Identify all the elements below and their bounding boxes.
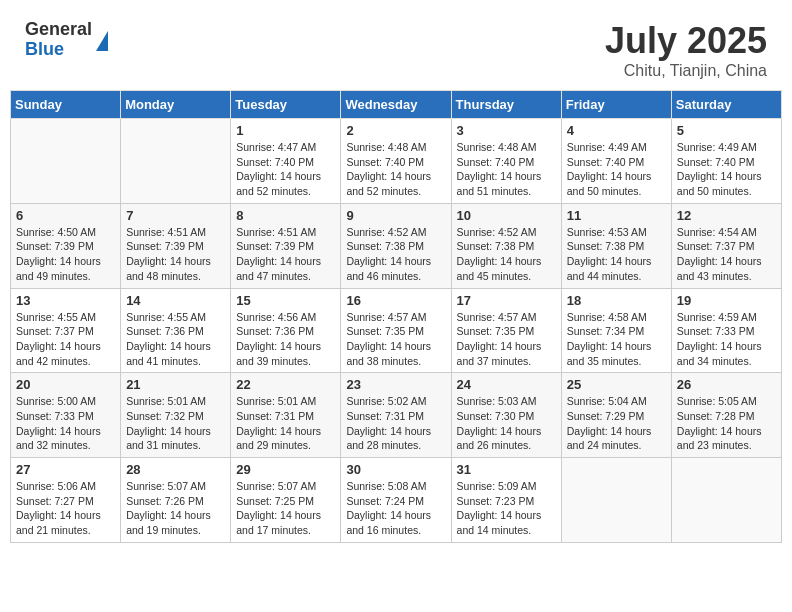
weekday-header-monday: Monday: [121, 91, 231, 119]
calendar-cell: 9Sunrise: 4:52 AM Sunset: 7:38 PM Daylig…: [341, 203, 451, 288]
calendar-cell: 18Sunrise: 4:58 AM Sunset: 7:34 PM Dayli…: [561, 288, 671, 373]
day-info: Sunrise: 4:48 AM Sunset: 7:40 PM Dayligh…: [346, 140, 445, 199]
logo-text: General Blue: [25, 20, 92, 60]
day-info: Sunrise: 4:57 AM Sunset: 7:35 PM Dayligh…: [346, 310, 445, 369]
calendar-cell: 27Sunrise: 5:06 AM Sunset: 7:27 PM Dayli…: [11, 458, 121, 543]
weekday-header-saturday: Saturday: [671, 91, 781, 119]
day-number: 4: [567, 123, 666, 138]
weekday-header-sunday: Sunday: [11, 91, 121, 119]
day-number: 22: [236, 377, 335, 392]
day-info: Sunrise: 4:53 AM Sunset: 7:38 PM Dayligh…: [567, 225, 666, 284]
day-number: 1: [236, 123, 335, 138]
calendar-cell: 4Sunrise: 4:49 AM Sunset: 7:40 PM Daylig…: [561, 119, 671, 204]
day-info: Sunrise: 4:54 AM Sunset: 7:37 PM Dayligh…: [677, 225, 776, 284]
day-number: 15: [236, 293, 335, 308]
day-number: 10: [457, 208, 556, 223]
day-number: 6: [16, 208, 115, 223]
day-info: Sunrise: 5:06 AM Sunset: 7:27 PM Dayligh…: [16, 479, 115, 538]
calendar-cell: 1Sunrise: 4:47 AM Sunset: 7:40 PM Daylig…: [231, 119, 341, 204]
day-info: Sunrise: 4:56 AM Sunset: 7:36 PM Dayligh…: [236, 310, 335, 369]
week-row-3: 13Sunrise: 4:55 AM Sunset: 7:37 PM Dayli…: [11, 288, 782, 373]
day-info: Sunrise: 4:55 AM Sunset: 7:36 PM Dayligh…: [126, 310, 225, 369]
day-info: Sunrise: 4:52 AM Sunset: 7:38 PM Dayligh…: [457, 225, 556, 284]
day-info: Sunrise: 5:01 AM Sunset: 7:32 PM Dayligh…: [126, 394, 225, 453]
day-number: 21: [126, 377, 225, 392]
day-info: Sunrise: 4:52 AM Sunset: 7:38 PM Dayligh…: [346, 225, 445, 284]
calendar-cell: [121, 119, 231, 204]
calendar-cell: 22Sunrise: 5:01 AM Sunset: 7:31 PM Dayli…: [231, 373, 341, 458]
calendar-cell: 16Sunrise: 4:57 AM Sunset: 7:35 PM Dayli…: [341, 288, 451, 373]
day-number: 11: [567, 208, 666, 223]
day-info: Sunrise: 4:49 AM Sunset: 7:40 PM Dayligh…: [567, 140, 666, 199]
day-info: Sunrise: 5:09 AM Sunset: 7:23 PM Dayligh…: [457, 479, 556, 538]
calendar-cell: 24Sunrise: 5:03 AM Sunset: 7:30 PM Dayli…: [451, 373, 561, 458]
calendar-cell: 29Sunrise: 5:07 AM Sunset: 7:25 PM Dayli…: [231, 458, 341, 543]
day-info: Sunrise: 5:08 AM Sunset: 7:24 PM Dayligh…: [346, 479, 445, 538]
page-header: General Blue July 2025 Chitu, Tianjin, C…: [10, 10, 782, 85]
day-number: 24: [457, 377, 556, 392]
day-info: Sunrise: 5:07 AM Sunset: 7:26 PM Dayligh…: [126, 479, 225, 538]
day-info: Sunrise: 4:55 AM Sunset: 7:37 PM Dayligh…: [16, 310, 115, 369]
day-number: 7: [126, 208, 225, 223]
calendar-cell: 13Sunrise: 4:55 AM Sunset: 7:37 PM Dayli…: [11, 288, 121, 373]
day-number: 17: [457, 293, 556, 308]
logo-blue-text: Blue: [25, 40, 92, 60]
day-number: 3: [457, 123, 556, 138]
calendar-cell: 5Sunrise: 4:49 AM Sunset: 7:40 PM Daylig…: [671, 119, 781, 204]
day-number: 18: [567, 293, 666, 308]
day-number: 5: [677, 123, 776, 138]
calendar-cell: 7Sunrise: 4:51 AM Sunset: 7:39 PM Daylig…: [121, 203, 231, 288]
day-info: Sunrise: 5:03 AM Sunset: 7:30 PM Dayligh…: [457, 394, 556, 453]
day-number: 30: [346, 462, 445, 477]
day-info: Sunrise: 4:51 AM Sunset: 7:39 PM Dayligh…: [126, 225, 225, 284]
day-info: Sunrise: 4:48 AM Sunset: 7:40 PM Dayligh…: [457, 140, 556, 199]
week-row-5: 27Sunrise: 5:06 AM Sunset: 7:27 PM Dayli…: [11, 458, 782, 543]
weekday-header-tuesday: Tuesday: [231, 91, 341, 119]
calendar-table: SundayMondayTuesdayWednesdayThursdayFrid…: [10, 90, 782, 543]
day-info: Sunrise: 4:58 AM Sunset: 7:34 PM Dayligh…: [567, 310, 666, 369]
calendar-cell: [561, 458, 671, 543]
day-info: Sunrise: 5:07 AM Sunset: 7:25 PM Dayligh…: [236, 479, 335, 538]
day-info: Sunrise: 5:04 AM Sunset: 7:29 PM Dayligh…: [567, 394, 666, 453]
calendar-cell: 15Sunrise: 4:56 AM Sunset: 7:36 PM Dayli…: [231, 288, 341, 373]
day-info: Sunrise: 4:49 AM Sunset: 7:40 PM Dayligh…: [677, 140, 776, 199]
day-number: 2: [346, 123, 445, 138]
calendar-cell: 23Sunrise: 5:02 AM Sunset: 7:31 PM Dayli…: [341, 373, 451, 458]
week-row-1: 1Sunrise: 4:47 AM Sunset: 7:40 PM Daylig…: [11, 119, 782, 204]
day-info: Sunrise: 5:00 AM Sunset: 7:33 PM Dayligh…: [16, 394, 115, 453]
day-number: 27: [16, 462, 115, 477]
day-info: Sunrise: 4:51 AM Sunset: 7:39 PM Dayligh…: [236, 225, 335, 284]
calendar-cell: 21Sunrise: 5:01 AM Sunset: 7:32 PM Dayli…: [121, 373, 231, 458]
calendar-cell: 3Sunrise: 4:48 AM Sunset: 7:40 PM Daylig…: [451, 119, 561, 204]
title-area: July 2025 Chitu, Tianjin, China: [605, 20, 767, 80]
calendar-cell: [671, 458, 781, 543]
day-info: Sunrise: 4:47 AM Sunset: 7:40 PM Dayligh…: [236, 140, 335, 199]
calendar-cell: 14Sunrise: 4:55 AM Sunset: 7:36 PM Dayli…: [121, 288, 231, 373]
weekday-header-row: SundayMondayTuesdayWednesdayThursdayFrid…: [11, 91, 782, 119]
day-info: Sunrise: 5:01 AM Sunset: 7:31 PM Dayligh…: [236, 394, 335, 453]
day-info: Sunrise: 5:02 AM Sunset: 7:31 PM Dayligh…: [346, 394, 445, 453]
calendar-cell: 10Sunrise: 4:52 AM Sunset: 7:38 PM Dayli…: [451, 203, 561, 288]
day-number: 20: [16, 377, 115, 392]
calendar-cell: 8Sunrise: 4:51 AM Sunset: 7:39 PM Daylig…: [231, 203, 341, 288]
day-number: 19: [677, 293, 776, 308]
day-number: 25: [567, 377, 666, 392]
day-number: 14: [126, 293, 225, 308]
day-info: Sunrise: 5:05 AM Sunset: 7:28 PM Dayligh…: [677, 394, 776, 453]
weekday-header-friday: Friday: [561, 91, 671, 119]
main-title: July 2025: [605, 20, 767, 62]
weekday-header-wednesday: Wednesday: [341, 91, 451, 119]
logo-general-text: General: [25, 20, 92, 40]
calendar-cell: 20Sunrise: 5:00 AM Sunset: 7:33 PM Dayli…: [11, 373, 121, 458]
calendar-cell: 11Sunrise: 4:53 AM Sunset: 7:38 PM Dayli…: [561, 203, 671, 288]
day-info: Sunrise: 4:57 AM Sunset: 7:35 PM Dayligh…: [457, 310, 556, 369]
day-number: 26: [677, 377, 776, 392]
calendar-cell: 17Sunrise: 4:57 AM Sunset: 7:35 PM Dayli…: [451, 288, 561, 373]
calendar-cell: 25Sunrise: 5:04 AM Sunset: 7:29 PM Dayli…: [561, 373, 671, 458]
day-number: 23: [346, 377, 445, 392]
week-row-2: 6Sunrise: 4:50 AM Sunset: 7:39 PM Daylig…: [11, 203, 782, 288]
logo-triangle-icon: [96, 31, 108, 51]
calendar-cell: 12Sunrise: 4:54 AM Sunset: 7:37 PM Dayli…: [671, 203, 781, 288]
subtitle: Chitu, Tianjin, China: [605, 62, 767, 80]
day-number: 28: [126, 462, 225, 477]
